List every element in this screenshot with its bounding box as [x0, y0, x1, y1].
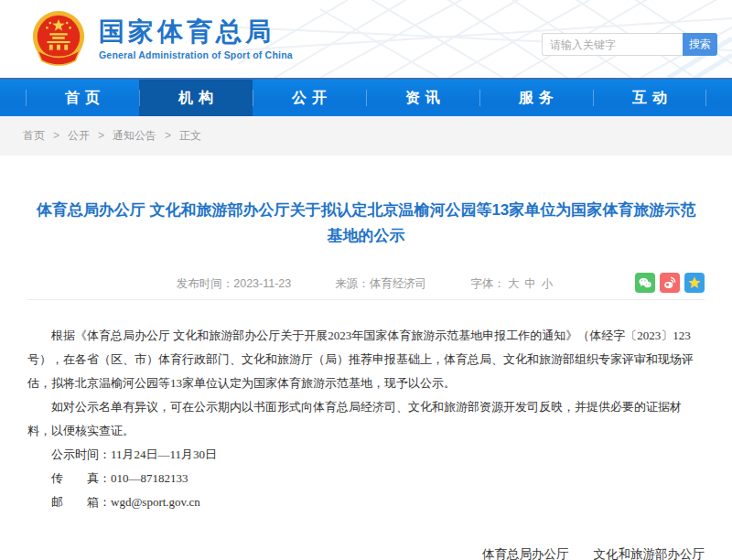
font-size-large-button[interactable]: 大 [508, 277, 520, 290]
article-signature: 体育总局办公厅 文化和旅游部办公厅 2023年11月23日 [27, 542, 705, 560]
font-size-controls: 字体：大中小 [470, 276, 555, 292]
breadcrumb-separator: > [165, 129, 171, 142]
signature-offices: 体育总局办公厅 文化和旅游部办公厅 [27, 542, 705, 560]
publicity-period-line: 公示时间：11月24日—11月30日 [27, 443, 705, 467]
breadcrumb: 首页>公开>通知公告>正文 [0, 116, 732, 156]
font-size-medium-button[interactable]: 中 [524, 277, 536, 290]
article-container: 体育总局办公厅 文化和旅游部办公厅关于拟认定北京温榆河公园等13家单位为国家体育… [0, 198, 732, 560]
site-search: 搜索 [542, 33, 717, 56]
article-body: 根据《体育总局办公厅 文化和旅游部办公厅关于开展2023年国家体育旅游示范基地申… [27, 324, 705, 514]
publish-date: 发布时间：2023-11-23 [177, 276, 292, 292]
weibo-share-icon[interactable] [660, 273, 680, 293]
wechat-share-icon[interactable] [635, 273, 655, 293]
breadcrumb-home[interactable]: 首页 [23, 129, 45, 142]
nav-item-services[interactable]: 服务 [479, 80, 593, 116]
article-paragraph: 根据《体育总局办公厅 文化和旅游部办公厅关于开展2023年国家体育旅游示范基地申… [27, 324, 705, 395]
font-size-label: 字体： [470, 277, 505, 290]
nav-item-organization[interactable]: 机构 [139, 80, 253, 116]
article-meta-bar: 发布时间：2023-11-23 来源：体育经济司 字体：大中小 [27, 269, 705, 300]
nav-item-interaction[interactable]: 互动 [593, 80, 706, 116]
nav-item-home[interactable]: 首页 [26, 80, 139, 116]
breadcrumb-disclosure[interactable]: 公开 [68, 129, 90, 142]
article-paragraph: 如对公示名单有异议，可在公示期内以书面形式向体育总局经济司、文化和旅游部资源开发… [27, 395, 705, 443]
share-buttons [635, 273, 705, 293]
font-size-small-button[interactable]: 小 [542, 277, 554, 290]
main-navigation: 首页 机构 公开 资讯 服务 互动 [0, 78, 732, 116]
national-emblem-logo [30, 9, 87, 70]
fax-line: 传 真：010—87182133 [27, 467, 705, 490]
breadcrumb-separator: > [98, 129, 104, 142]
nav-item-disclosure[interactable]: 公开 [253, 80, 366, 116]
nav-item-news[interactable]: 资讯 [366, 80, 479, 116]
favorite-share-icon[interactable] [684, 273, 705, 293]
search-button[interactable]: 搜索 [683, 33, 717, 56]
article-title: 体育总局办公厅 文化和旅游部办公厅关于拟认定北京温榆河公园等13家单位为国家体育… [35, 198, 697, 249]
site-header: 国家体育总局 General Administration of Sport o… [0, 0, 732, 78]
breadcrumb-separator: > [53, 129, 59, 142]
site-brand[interactable]: 国家体育总局 General Administration of Sport o… [30, 9, 293, 70]
email-line: 邮 箱：wgd@sport.gov.cn [27, 490, 705, 514]
breadcrumb-current: 正文 [179, 129, 201, 142]
site-title-block: 国家体育总局 General Administration of Sport o… [99, 18, 293, 60]
article-source: 来源：体育经济司 [335, 276, 426, 292]
breadcrumb-notices[interactable]: 通知公告 [113, 129, 156, 142]
search-input[interactable] [542, 33, 683, 56]
site-title-english: General Administration of Sport of China [99, 49, 293, 60]
site-title: 国家体育总局 [99, 18, 293, 46]
